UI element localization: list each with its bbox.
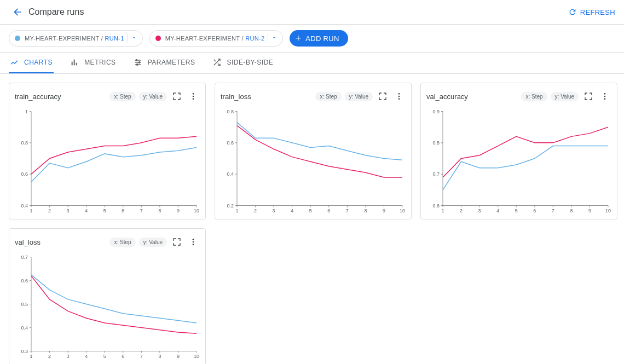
svg-text:2: 2 — [48, 354, 51, 359]
add-run-button[interactable]: + ADD RUN — [290, 30, 348, 47]
svg-text:1: 1 — [441, 208, 444, 213]
svg-text:0.3: 0.3 — [21, 349, 28, 354]
fullscreen-icon[interactable] — [170, 235, 183, 249]
svg-text:1: 1 — [25, 109, 28, 114]
svg-text:5: 5 — [515, 208, 518, 213]
y-axis-pill[interactable]: y: Value — [551, 92, 579, 101]
more-vert-icon[interactable] — [187, 235, 200, 249]
more-vert-icon[interactable] — [187, 90, 200, 103]
svg-point-8 — [136, 64, 138, 66]
svg-text:0.8: 0.8 — [21, 140, 28, 146]
card-header: val_loss x: Step y: Value — [15, 235, 200, 249]
svg-point-111 — [193, 239, 194, 240]
svg-point-112 — [193, 241, 194, 243]
svg-text:4: 4 — [496, 208, 499, 213]
svg-text:5: 5 — [309, 208, 312, 213]
svg-text:4: 4 — [291, 208, 293, 213]
x-axis-pill[interactable]: x: Step — [315, 92, 341, 101]
svg-point-47 — [398, 98, 400, 100]
chart-title: val_accuracy — [426, 93, 518, 101]
svg-text:4: 4 — [85, 208, 88, 213]
tab-charts[interactable]: CHARTS — [9, 53, 54, 73]
run-experiment-label: MY-HEART-EXPERIMENT — [25, 35, 100, 42]
tab-metrics[interactable]: METRICS — [69, 53, 117, 73]
svg-text:9: 9 — [588, 208, 591, 213]
svg-text:0.5: 0.5 — [21, 302, 28, 307]
fullscreen-icon[interactable] — [582, 90, 595, 103]
x-axis-pill[interactable]: x: Step — [109, 92, 135, 101]
tabs-bar: CHARTS METRICS PARAMETERS SIDE-BY-SIDE — [0, 53, 624, 74]
svg-line-11 — [214, 60, 216, 61]
svg-text:10: 10 — [194, 208, 199, 213]
svg-text:6: 6 — [122, 208, 124, 213]
svg-text:0.4: 0.4 — [21, 325, 28, 331]
svg-text:0.8: 0.8 — [227, 109, 234, 114]
plus-icon: + — [295, 33, 301, 43]
svg-text:7: 7 — [346, 208, 349, 213]
svg-text:0.4: 0.4 — [227, 171, 234, 177]
run-color-dot — [155, 36, 161, 41]
svg-text:8: 8 — [158, 354, 161, 359]
svg-text:9: 9 — [177, 208, 180, 213]
svg-text:0.7: 0.7 — [21, 255, 28, 260]
run-id-label: RUN-1 — [105, 35, 124, 42]
run-experiment-label: MY-HEART-EXPERIMENT — [165, 35, 240, 42]
svg-text:5: 5 — [103, 354, 106, 359]
chart-plot: 0.40.60.8112345678910 — [15, 107, 200, 216]
chart-card-train_loss: train_loss x: Step y: Value 0.20.40.60.8… — [215, 83, 412, 219]
svg-point-79 — [604, 96, 606, 97]
svg-point-80 — [604, 98, 606, 100]
svg-text:1: 1 — [30, 208, 32, 213]
card-header: train_loss x: Step y: Value — [221, 90, 406, 103]
svg-text:1: 1 — [235, 208, 238, 213]
svg-point-78 — [604, 93, 606, 95]
svg-text:0.6: 0.6 — [21, 278, 28, 284]
x-axis-pill[interactable]: x: Step — [109, 238, 135, 247]
svg-text:0.8: 0.8 — [432, 140, 440, 146]
svg-text:6: 6 — [327, 208, 330, 213]
svg-text:2: 2 — [48, 208, 51, 213]
svg-text:4: 4 — [85, 354, 88, 359]
y-axis-pill[interactable]: y: Value — [139, 238, 167, 247]
run-chip-2[interactable]: MY-HEART-EXPERIMENT / RUN-2 — [149, 30, 284, 47]
chart-card-train_accuracy: train_accuracy x: Step y: Value 0.40.60.… — [9, 83, 206, 219]
svg-text:0.9: 0.9 — [432, 109, 440, 114]
chart-title: train_accuracy — [15, 93, 106, 101]
svg-text:10: 10 — [400, 208, 405, 213]
chart-plot: 0.30.40.50.60.712345678910 — [15, 253, 200, 362]
tab-label: METRICS — [84, 59, 116, 66]
chart-card-val_loss: val_loss x: Step y: Value 0.30.40.50.60.… — [9, 228, 206, 364]
chart-plot: 0.60.70.80.912345678910 — [426, 107, 611, 216]
svg-text:2: 2 — [460, 208, 463, 213]
runs-row: MY-HEART-EXPERIMENT / RUN-1 MY-HEART-EXP… — [0, 25, 624, 53]
back-button[interactable] — [9, 3, 26, 21]
refresh-button[interactable]: REFRESH — [568, 8, 615, 16]
svg-point-113 — [193, 244, 194, 245]
run-id-label: RUN-2 — [245, 35, 264, 42]
fullscreen-icon[interactable] — [376, 90, 389, 103]
svg-text:7: 7 — [552, 208, 554, 213]
svg-text:3: 3 — [67, 208, 70, 213]
svg-text:0.6: 0.6 — [227, 140, 234, 146]
more-vert-icon[interactable] — [598, 90, 611, 103]
more-vert-icon[interactable] — [392, 90, 406, 103]
bar-chart-icon — [70, 58, 79, 67]
header-bar: Compare runs REFRESH — [0, 0, 624, 25]
x-axis-pill[interactable]: x: Step — [521, 92, 547, 101]
svg-text:6: 6 — [533, 208, 536, 213]
svg-point-13 — [193, 96, 194, 97]
y-axis-pill[interactable]: y: Value — [345, 92, 373, 101]
tab-side-by-side[interactable]: SIDE-BY-SIDE — [211, 53, 274, 73]
timeline-icon — [10, 58, 19, 67]
svg-text:0.2: 0.2 — [227, 203, 234, 209]
tab-parameters[interactable]: PARAMETERS — [132, 53, 197, 73]
svg-text:1: 1 — [30, 354, 32, 359]
refresh-icon — [568, 8, 577, 16]
run-chip-1[interactable]: MY-HEART-EXPERIMENT / RUN-1 — [9, 30, 143, 47]
chevron-down-icon[interactable] — [128, 34, 140, 43]
fullscreen-icon[interactable] — [170, 90, 183, 103]
chevron-down-icon[interactable] — [268, 34, 280, 43]
y-axis-pill[interactable]: y: Value — [139, 92, 167, 101]
svg-text:6: 6 — [122, 354, 124, 359]
svg-point-14 — [193, 98, 194, 100]
